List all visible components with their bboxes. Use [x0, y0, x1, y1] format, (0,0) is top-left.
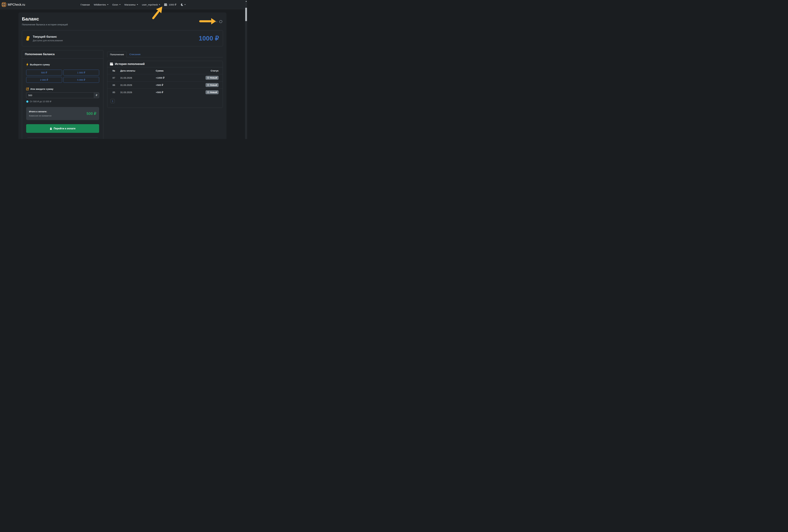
navbar-balance-text: 1000 ₽ — [169, 3, 176, 6]
tab-writeoffs[interactable]: Списания — [127, 52, 143, 57]
refresh-icon — [219, 20, 223, 23]
chevron-down-icon — [159, 4, 160, 5]
nav-item-shops[interactable]: Магазины — [124, 3, 138, 6]
column-header-date: Дата оплаты — [119, 67, 155, 74]
column-header-number: № — [107, 67, 119, 74]
pencil-icon — [26, 87, 29, 91]
table-row: 85 31.03.2026 +500 ₽ Новый — [107, 89, 223, 96]
total-value: 500 ₽ — [86, 112, 96, 116]
refresh-button[interactable] — [219, 20, 223, 23]
currency-addon: ₽ — [94, 92, 99, 98]
enter-amount-label: Или введите сумму — [26, 87, 99, 91]
current-balance-amount: 1000 ₽ — [199, 35, 219, 42]
amount-preset-1000[interactable]: 1 000 ₽ — [63, 70, 99, 76]
table-row: 86 31.03.2026 +500 ₽ Новый — [107, 81, 223, 89]
nav-item-label: Главная — [81, 3, 90, 6]
clock-icon — [207, 91, 209, 93]
brand-logo[interactable]: MPCheck.ru — [2, 2, 25, 7]
chevron-down-icon — [184, 4, 186, 5]
total-box: Итого к оплате: Комиссия не взимается 50… — [26, 107, 99, 120]
cell-number: 86 — [107, 81, 119, 89]
nav-links: Главная Wildberries Ozon Магазины user_m… — [81, 0, 186, 9]
cell-date: 31.03.2026 — [119, 74, 155, 81]
topup-history-table: № Дата оплаты Сумма Статус 87 31.03.2026… — [107, 67, 223, 96]
nav-item-ozon[interactable]: Ozon — [112, 3, 121, 6]
next-section-divider — [27, 137, 98, 139]
total-label: Итого к оплате: — [29, 110, 52, 113]
history-column: Пополнения Списания История пополнений — [107, 50, 223, 108]
amount-range-hint: От 500 ₽ до 10 000 ₽ — [26, 100, 99, 103]
choose-amount-label: Выберите сумму — [26, 63, 99, 66]
amount-input[interactable] — [26, 92, 94, 98]
navbar-wallet-balance[interactable]: 1000 ₽ — [164, 3, 176, 6]
nav-item-wildberries[interactable]: Wildberries — [94, 3, 109, 6]
page-subtitle: Пополнение баланса и история операций — [22, 23, 223, 26]
status-badge: Новый — [205, 76, 219, 80]
status-badge: Новый — [205, 83, 219, 87]
nav-item-home[interactable]: Главная — [81, 3, 90, 6]
coins-icon — [26, 36, 30, 41]
table-row: 87 31.03.2026 +1000 ₽ Новый — [107, 74, 223, 81]
pay-button[interactable]: Перейти к оплате — [26, 124, 99, 133]
topup-history-title: История пополнений — [115, 62, 145, 66]
choose-amount-text: Выберите сумму — [30, 63, 50, 66]
topup-panel: Пополнение баланса Выберите сумму 500 ₽ … — [22, 50, 103, 139]
table-header-row: № Дата оплаты Сумма Статус — [107, 67, 223, 74]
scrollbar-thumb[interactable] — [245, 8, 247, 21]
column-header-amount: Сумма — [155, 67, 192, 74]
cell-amount: +1000 ₽ — [155, 74, 192, 81]
cell-number: 85 — [107, 89, 119, 96]
brand-name: MPCheck.ru — [8, 3, 25, 6]
cell-amount: +500 ₽ — [155, 89, 192, 96]
amount-input-group: ₽ — [26, 92, 99, 98]
pay-button-label: Перейти к оплате — [54, 127, 76, 130]
chevron-down-icon — [137, 4, 138, 5]
nav-item-label: Ozon — [112, 3, 118, 6]
abacus-logo-icon — [2, 2, 6, 7]
status-text: Новый — [210, 91, 217, 94]
cell-date: 31.03.2026 — [119, 89, 155, 96]
nav-item-label: user_mpcheck — [142, 3, 158, 6]
column-header-status: Статус — [192, 67, 223, 74]
obscured-label: но — [215, 20, 217, 23]
theme-toggle[interactable] — [180, 3, 186, 6]
current-balance-card: Текущий баланс Доступно для использовани… — [22, 30, 223, 46]
topup-history-card: История пополнений № Дата оплаты Сумма С… — [107, 61, 223, 108]
page-title: Баланс — [22, 16, 223, 22]
wallet-icon — [164, 3, 167, 6]
clock-icon — [207, 77, 209, 79]
history-tabs: Пополнения Списания — [107, 52, 223, 57]
vertical-scrollbar[interactable] — [245, 0, 247, 139]
nav-item-user-menu[interactable]: user_mpcheck — [142, 3, 160, 6]
lock-icon — [50, 127, 52, 130]
amount-preset-2000[interactable]: 2 000 ₽ — [26, 77, 62, 83]
moon-icon — [180, 3, 183, 6]
topup-history-header: История пополнений — [107, 61, 223, 67]
wallet-icon — [110, 63, 113, 65]
lightning-icon — [26, 63, 28, 66]
enter-amount-text: Или введите сумму — [31, 87, 54, 90]
topup-panel-title: Пополнение баланса — [22, 50, 103, 58]
amount-preset-500[interactable]: 500 ₽ — [26, 70, 62, 76]
cell-amount: +500 ₽ — [155, 81, 192, 89]
scrollbar-up-button[interactable] — [245, 0, 247, 2]
amount-preset-5000[interactable]: 5 000 ₽ — [63, 77, 99, 83]
cell-date: 31.03.2026 — [119, 81, 155, 89]
scroll-up-icon — [245, 1, 247, 2]
cell-number: 87 — [107, 74, 119, 81]
navbar: MPCheck.ru Главная Wildberries Ozon Мага… — [0, 0, 247, 9]
total-note: Комиссия не взимается — [29, 115, 52, 117]
chevron-down-icon — [119, 4, 121, 5]
nav-item-label: Wildberries — [94, 3, 106, 6]
status-text: Новый — [210, 84, 217, 86]
tab-topups[interactable]: Пополнения — [107, 52, 127, 57]
chevron-down-icon — [107, 4, 109, 5]
current-balance-title: Текущий баланс — [33, 35, 63, 38]
pagination-page-1[interactable]: 1 — [111, 99, 115, 103]
refresh-cluster: но — [215, 20, 223, 23]
status-badge: Новый — [205, 90, 219, 94]
status-text: Новый — [210, 77, 217, 79]
pagination: 1 — [107, 96, 223, 107]
nav-item-label: Магазины — [124, 3, 136, 6]
current-balance-info: Текущий баланс Доступно для использовани… — [26, 35, 63, 42]
